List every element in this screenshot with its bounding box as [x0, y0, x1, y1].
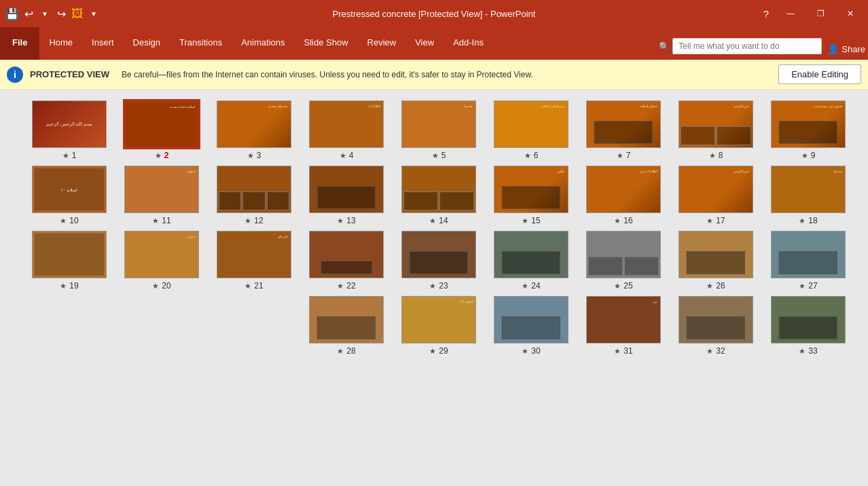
star-icon-26[interactable]: ★ — [706, 282, 713, 291]
star-icon-17[interactable]: ★ — [706, 217, 713, 225]
slide-thumb-8[interactable]: متن فارسی — [679, 100, 753, 148]
star-icon-8[interactable]: ★ — [709, 151, 716, 160]
slide-thumb-18[interactable]: محتوا — [771, 166, 846, 213]
slide-item-8[interactable]: متن فارسی ★ 8 — [672, 100, 759, 160]
slide-thumb-24[interactable] — [494, 231, 568, 278]
star-icon-24[interactable]: ★ — [522, 282, 528, 291]
tab-insert[interactable]: Insert — [82, 27, 124, 60]
slide-thumb-33[interactable] — [771, 296, 846, 343]
tab-file[interactable]: File — [0, 27, 39, 60]
slide-item-13[interactable]: ★ 13 — [303, 166, 390, 225]
slide-item-27[interactable]: ★ 27 — [765, 231, 852, 291]
slide-thumb-31[interactable]: بتن — [586, 296, 661, 343]
help-icon[interactable]: ? — [759, 7, 773, 20]
star-icon-1[interactable]: ★ — [62, 151, 69, 160]
star-icon-11[interactable]: ★ — [152, 217, 159, 225]
slide-item-9[interactable]: تصویر بتن پیش‌تنیده ★ 9 — [765, 100, 852, 160]
star-icon-3[interactable]: ★ — [247, 151, 254, 160]
slide-item-31[interactable]: بتن ★ 31 — [580, 296, 667, 356]
slide-item-2[interactable]: اسلاید انتخاب‌شده ★ 2 — [118, 100, 205, 160]
slide-item-14[interactable]: ★ 14 — [395, 166, 482, 225]
slide-item-4[interactable]: اطلاعات ★ 4 — [303, 100, 390, 160]
star-icon-5[interactable]: ★ — [432, 151, 439, 160]
slide-item-29[interactable]: اسلاید ۲۹ ★ 29 — [395, 296, 482, 356]
slide-thumb-19[interactable] — [32, 231, 107, 278]
slide-thumb-7[interactable]: عنوان اسلاید — [586, 100, 661, 148]
slide-item-5[interactable]: محتوا ★ 5 — [395, 100, 482, 160]
slide-thumb-6[interactable]: متن اصلی اسلاید — [494, 100, 568, 148]
slide-thumb-12[interactable] — [217, 166, 291, 213]
enable-editing-button[interactable]: Enable Editing — [778, 64, 861, 84]
slide-item-30[interactable]: ★ 30 — [488, 296, 575, 356]
slide-thumb-4[interactable]: اطلاعات — [309, 100, 384, 148]
slide-item-24[interactable]: ★ 24 — [488, 231, 575, 291]
slide-thumb-16[interactable]: اطلاعات بتن — [586, 166, 661, 213]
slide-item-21[interactable]: دایره‌ای ★ 21 — [211, 231, 297, 291]
star-icon-7[interactable]: ★ — [617, 151, 623, 160]
slide-thumb-32[interactable] — [679, 296, 753, 343]
star-icon-2[interactable]: ★ — [155, 151, 162, 160]
slide-item-19[interactable]: ★ 19 — [26, 231, 113, 291]
slide-item-6[interactable]: متن اصلی اسلاید ★ 6 — [488, 100, 575, 160]
extra-icon[interactable]: 🖼 — [71, 7, 84, 20]
slide-thumb-29[interactable]: اسلاید ۲۹ — [401, 296, 476, 343]
slide-item-15[interactable]: عکس ★ 15 — [488, 166, 575, 225]
tab-review[interactable]: Review — [358, 27, 406, 60]
star-icon-6[interactable]: ★ — [524, 151, 531, 160]
slide-thumb-23[interactable] — [401, 231, 476, 278]
slide-thumb-14[interactable] — [401, 166, 476, 213]
share-button[interactable]: 👤 Share — [827, 43, 865, 54]
tab-home[interactable]: Home — [39, 27, 82, 60]
slide-item-11[interactable]: عنوان ★ 11 — [118, 166, 205, 225]
slide-item-23[interactable]: ★ 23 — [395, 231, 482, 291]
slide-item-16[interactable]: اطلاعات بتن ★ 16 — [580, 166, 667, 225]
slide-thumb-11[interactable]: عنوان — [124, 166, 199, 213]
slide-item-32[interactable]: ★ 32 — [672, 296, 759, 356]
star-icon-18[interactable]: ★ — [799, 217, 806, 225]
tab-slideshow[interactable]: Slide Show — [295, 27, 358, 60]
slide-thumb-3[interactable]: محتوای بیشتر — [217, 100, 291, 148]
star-icon-25[interactable]: ★ — [614, 282, 621, 291]
slide-thumb-2[interactable]: اسلاید انتخاب‌شده — [124, 100, 199, 148]
slide-item-33[interactable]: ★ 33 — [765, 296, 852, 356]
slide-item-20[interactable]: جدول ★ 20 — [118, 231, 205, 291]
redo-icon[interactable]: ↪ — [54, 7, 68, 20]
slide-item-22[interactable]: ★ 22 — [303, 231, 390, 291]
tab-view[interactable]: View — [405, 27, 444, 60]
star-icon-15[interactable]: ★ — [522, 217, 528, 225]
star-icon-16[interactable]: ★ — [614, 217, 621, 225]
star-icon-29[interactable]: ★ — [429, 347, 436, 356]
slide-item-3[interactable]: محتوای بیشتر ★ 3 — [211, 100, 297, 160]
slide-item-10[interactable]: اسلاید ۱۰ ★ 10 — [26, 166, 113, 225]
star-icon-14[interactable]: ★ — [429, 217, 436, 225]
save-icon[interactable]: 💾 — [5, 7, 19, 20]
tab-design[interactable]: Design — [124, 27, 170, 60]
star-icon-30[interactable]: ★ — [522, 347, 528, 356]
slide-thumb-26[interactable] — [679, 231, 753, 278]
star-icon-9[interactable]: ★ — [801, 151, 808, 160]
slide-thumb-22[interactable] — [309, 231, 384, 278]
slide-item-28[interactable]: ★ 28 — [303, 296, 390, 356]
slide-thumb-15[interactable]: عکس — [494, 166, 568, 213]
dropdown-icon[interactable]: ▼ — [87, 7, 101, 20]
minimize-button[interactable]: — — [778, 0, 803, 27]
slide-thumb-17[interactable]: متن فارسی — [679, 166, 753, 213]
slide-thumb-9[interactable]: تصویر بتن پیش‌تنیده — [771, 100, 846, 148]
slide-item-17[interactable]: متن فارسی ★ 17 — [672, 166, 759, 225]
star-icon-13[interactable]: ★ — [337, 217, 344, 225]
slide-thumb-21[interactable]: دایره‌ای — [217, 231, 291, 278]
tab-animations[interactable]: Animations — [232, 27, 294, 60]
search-input[interactable] — [672, 38, 822, 54]
restore-button[interactable]: ❐ — [808, 0, 833, 27]
star-icon-23[interactable]: ★ — [429, 282, 436, 291]
star-icon-32[interactable]: ★ — [706, 347, 713, 356]
slide-thumb-10[interactable]: اسلاید ۱۰ — [32, 166, 107, 213]
slide-item-26[interactable]: ★ 26 — [672, 231, 759, 291]
star-icon-22[interactable]: ★ — [337, 282, 344, 291]
star-icon-33[interactable]: ★ — [799, 347, 806, 356]
slide-item-25[interactable]: ★ 25 — [580, 231, 667, 291]
slide-thumb-5[interactable]: محتوا — [401, 100, 476, 148]
slide-thumb-28[interactable] — [309, 296, 384, 343]
star-icon-12[interactable]: ★ — [245, 217, 251, 225]
slide-thumb-25[interactable] — [586, 231, 661, 278]
